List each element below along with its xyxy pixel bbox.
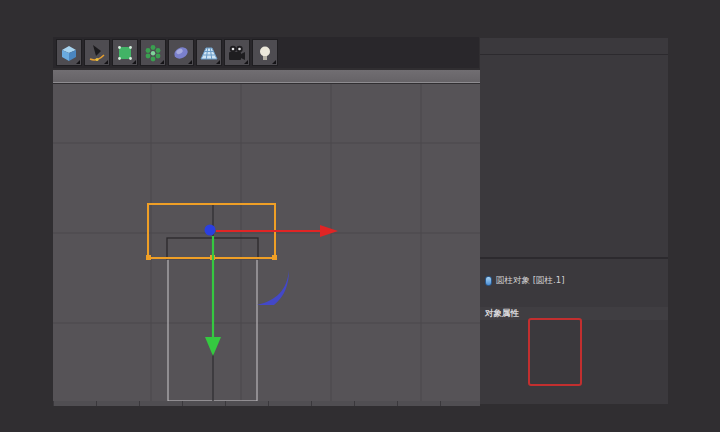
subdivision-surface-button[interactable] <box>112 39 138 66</box>
main-menubar <box>53 20 668 36</box>
attribute-object-title-row: 圆柱对象 [圆柱.1] <box>480 274 668 288</box>
profile-spline[interactable] <box>257 270 289 305</box>
volume-disc-icon <box>170 42 192 64</box>
y-axis-arrow[interactable] <box>205 236 221 356</box>
array-generator-button[interactable] <box>140 39 166 66</box>
x-axis-arrow[interactable] <box>216 225 338 237</box>
subdivision-cube-icon <box>114 42 136 64</box>
cinema4d-app: 圆柱对象 [圆柱.1] 对象属性 <box>0 0 720 432</box>
object-manager-menubar <box>480 41 668 55</box>
right-panel: 圆柱对象 [圆柱.1] 对象属性 <box>480 38 668 404</box>
attribute-section-header: 对象属性 <box>480 307 668 320</box>
add-cube-button[interactable] <box>56 39 82 66</box>
z-axis-handle[interactable] <box>205 225 216 236</box>
viewport-timeline[interactable] <box>53 401 480 406</box>
attribute-tabs <box>480 290 668 304</box>
cylinder-icon <box>485 276 492 286</box>
viewport-canvas[interactable] <box>53 84 480 401</box>
cube-icon <box>58 42 80 64</box>
attribute-object-title: 圆柱对象 [圆柱.1] <box>496 275 564 287</box>
draw-spline-button[interactable] <box>84 39 110 66</box>
annotation-highlight-rect <box>528 318 582 386</box>
viewport-body[interactable] <box>53 84 480 401</box>
main-toolbar <box>53 37 479 68</box>
floor-grid-icon <box>198 42 220 64</box>
viewport-panel <box>53 70 480 406</box>
camera-button[interactable] <box>224 39 250 66</box>
array-icon <box>142 42 164 64</box>
floor-button[interactable] <box>196 39 222 66</box>
viewport-grid <box>53 84 480 401</box>
pen-icon <box>86 42 108 64</box>
light-button[interactable] <box>252 39 278 66</box>
attribute-manager-menubar <box>480 257 668 271</box>
volume-button[interactable] <box>168 39 194 66</box>
camera-icon <box>226 42 248 64</box>
viewport-header <box>53 70 480 83</box>
light-bulb-icon <box>254 42 276 64</box>
